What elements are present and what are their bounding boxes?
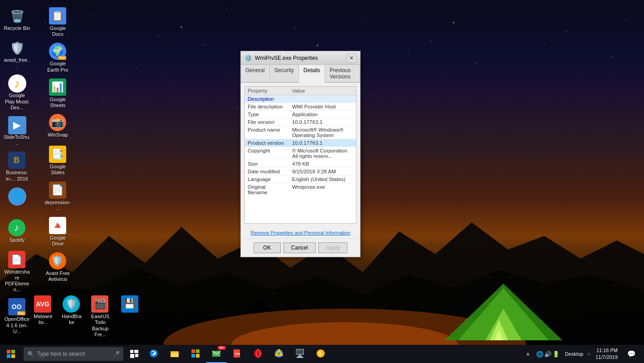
search-input[interactable] [37,351,110,357]
table-row: Language English (United States) [245,176,356,183]
desktop-icon-gsheets[interactable]: 📊 Google Sheets [41,76,75,111]
svg-rect-6 [11,354,15,358]
dialog-tabs: General Security Details Previous Versio… [241,65,360,83]
icon-label-wondershare: Wondershare PDFElemen... [4,269,30,293]
battery-icon[interactable]: 🔋 [552,351,560,358]
desktop-icon-gplay[interactable]: ♪ Google Play Music Des... [0,72,34,113]
desktop-icon-easeus[interactable]: 💾 [115,293,145,340]
val-language: English (United States) [289,176,356,183]
table-row: Date modified 9/15/2018 3:28 AM [245,168,356,176]
table-row: Copyright © Microsoft Corporation. All r… [245,147,356,160]
icon-label-avast: avast_free... [4,57,30,69]
val-size: 478 KB [289,160,356,168]
desktop-icon-spotify[interactable]: ♪ Spotify [0,216,34,248]
svg-rect-4 [11,350,15,353]
dialog-content: Property Value Description File descript… [244,86,356,224]
prop-original-filename: Original filename [245,183,289,196]
tab-general[interactable]: General [241,65,270,82]
desktop-icon-ie[interactable]: 🌐 [0,185,34,216]
search-bar[interactable]: 🔍 🎤 [24,347,123,361]
desktop-icon-openoffice[interactable]: OO Pro OpenOffice 4.1.6 (en-U... [0,295,34,337]
prop-date-modified: Date modified [245,168,289,176]
column-header-property: Property [245,87,289,95]
icon-label-gdocs: Google Docs [44,25,71,37]
taskview-button[interactable] [125,345,143,363]
table-row: Size 478 KB [245,160,356,168]
properties-dialog[interactable]: ⚙️ WmiPrvSE.exe Properties ✕ General Sec… [240,51,361,257]
desktop-icon-avastfree[interactable]: 🛡️ Avast Free Antivirus [41,250,75,285]
show-hidden-icons[interactable]: ∧ [523,345,532,363]
desktop-icon-recycle-bin[interactable]: 🗑️ Recycle Bin [0,5,34,36]
svg-point-25 [278,352,280,355]
desktop-icon-malware[interactable]: 🛡️ HandBrake [58,293,85,340]
taskbar-explorer[interactable] [164,345,185,363]
icon-label-recycle-bin: Recycle Bin [4,25,30,31]
taskbar-browser2[interactable]: 🖥️ [289,345,310,363]
icon-label-gearth: Google Earth Pro [44,61,71,73]
icon-label-winsnap: WinSnap [48,132,68,138]
taskbar-store[interactable] [185,345,206,363]
prop-type: Type [245,111,289,118]
tab-details[interactable]: Details [299,65,325,83]
section-description: Description [245,95,356,103]
val-product-version: 10.0.17763.1 [289,139,356,147]
taskbar-pdf[interactable]: PDF [227,345,248,363]
val-file-version: 10.0.17763.1 [289,118,356,126]
desktop-icon-gdocs[interactable]: 📋 Google Docs [41,5,75,40]
remove-properties-link[interactable]: Remove Properties and Personal Informati… [241,227,360,238]
prop-file-version: File version [245,118,289,126]
icon-label-depression: depression-... [44,200,71,211]
val-copyright: © Microsoft Corporation. All rights rese… [289,147,356,160]
dialog-title-icon: ⚙️ [244,54,252,62]
system-tray: 🌐 🔊 🔋 [534,351,561,358]
taskbar-app7[interactable]: $ [310,345,331,363]
details-table: Property Value Description File descript… [245,87,356,196]
desktop-icon-gslides[interactable]: 📑 Google Slides [41,143,75,178]
notification-button[interactable]: 💬 [622,345,640,363]
taskbar-datetime[interactable]: 11:16 PM 11/7/2019 [593,346,620,362]
tab-security[interactable]: Security [270,65,299,82]
desktop-label[interactable]: Desktop [563,350,585,358]
val-original-filename: Wmiprvse.exe [289,183,356,196]
taskbar: 🔍 🎤 [0,345,644,363]
svg-rect-9 [130,354,134,358]
svg-rect-14 [191,349,195,353]
desktop-icon-winsnap[interactable]: 📸 WinSnap [41,111,75,143]
network-icon[interactable]: 🌐 [536,351,543,358]
table-row: File version 10.0.17763.1 [245,118,356,126]
table-row: Original filename Wmiprvse.exe [245,183,356,196]
svg-rect-7 [130,350,133,353]
prop-size: Size [245,160,289,168]
taskbar-opera[interactable] [248,345,268,363]
desktop-icon-avg[interactable]: AVG Malwarebv... [29,293,57,340]
taskbar-mailgreen[interactable]: 99+ [206,345,227,363]
start-button[interactable] [0,345,22,363]
icon-label-handbrake: EaseUS Todo Backup Fre... [90,314,110,338]
svg-rect-10 [135,354,138,357]
apply-button[interactable]: Apply [318,242,347,253]
desktop-icon-avast[interactable]: 🛡️ avast_free... [0,36,34,72]
svg-rect-13 [171,351,174,353]
desktop-icon-gdrive[interactable]: 🔺 Google Drive [41,214,75,250]
icon-label-avastfree: Avast Free Antivirus [44,270,71,282]
ok-button[interactable]: OK [254,242,281,253]
dialog-controls: ✕ [346,54,356,63]
desktop-icon-slide[interactable]: ▶ SlideToShu... [0,113,34,149]
taskbar-date: 11/7/2019 [595,354,618,361]
taskbar-right: ∧ 🌐 🔊 🔋 Desktop » 11:16 PM 11/7/2019 💬 [523,345,644,363]
desktop-icon-handbrake[interactable]: 🎬 EaseUS Todo Backup Fre... [87,293,114,340]
desktop-icon-gearth[interactable]: 🌍 Pro Google Earth Pro [41,40,75,75]
val-type: Application [289,111,356,118]
dialog-close-button[interactable]: ✕ [346,54,356,63]
taskbar-chrome[interactable] [268,345,289,363]
dialog-titlebar[interactable]: ⚙️ WmiPrvSE.exe Properties ✕ [241,51,360,65]
desktop-icon-wondershare[interactable]: 📄 Wondershare PDFElemen... [0,248,34,296]
taskbar-edge[interactable] [143,345,164,363]
tab-previous-versions[interactable]: Previous Versions [325,65,360,82]
desktop-icon-biz[interactable]: B Business-in-... 2016 [0,149,34,184]
desktop-icon-depression[interactable]: 📄 depression-... [41,179,75,214]
table-row: Product name Microsoft® Windows® Operati… [245,126,356,139]
cancel-button[interactable]: Cancel [283,242,316,253]
prop-product-version: Product version [245,139,289,147]
volume-icon[interactable]: 🔊 [544,351,551,358]
